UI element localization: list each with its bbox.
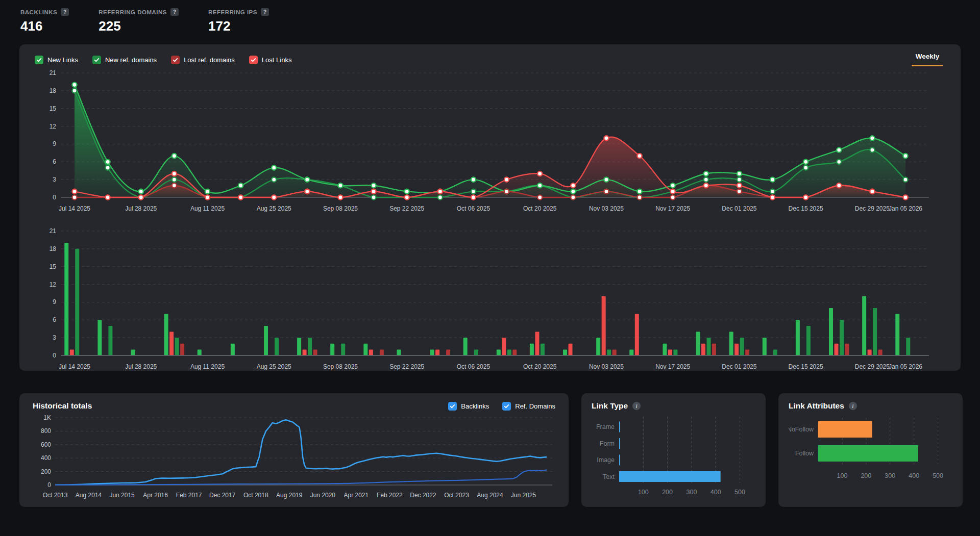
svg-text:Nov 03 2025: Nov 03 2025 <box>589 205 624 212</box>
svg-text:Jun 2015: Jun 2015 <box>109 492 135 499</box>
checkbox-checked-icon[interactable] <box>92 56 101 64</box>
svg-text:400: 400 <box>909 472 919 479</box>
svg-text:400: 400 <box>710 489 721 496</box>
checkbox-checked-icon[interactable] <box>35 56 43 64</box>
stat-backlinks-value: 416 <box>20 18 69 34</box>
svg-text:Sep 22 2025: Sep 22 2025 <box>389 363 424 370</box>
tab-weekly[interactable]: Weekly <box>912 53 943 66</box>
svg-text:100: 100 <box>638 489 649 496</box>
legend-label: Ref. Domains <box>515 402 555 410</box>
svg-text:NoFollow: NoFollow <box>789 426 814 433</box>
svg-text:200: 200 <box>861 472 871 479</box>
svg-text:Dec 15 2025: Dec 15 2025 <box>789 363 823 370</box>
link-type-panel: Link Type i 100200300400500FrameFormImag… <box>581 393 766 507</box>
svg-text:Dec 29 2025: Dec 29 2025 <box>855 205 890 212</box>
legend-item-ref-domains[interactable]: Ref. Domains <box>502 402 555 411</box>
svg-text:Frame: Frame <box>596 423 615 430</box>
svg-text:Follow: Follow <box>795 450 814 457</box>
info-icon[interactable]: i <box>849 402 857 410</box>
svg-text:6: 6 <box>53 158 56 165</box>
svg-text:Dec 15 2025: Dec 15 2025 <box>789 205 823 212</box>
help-icon[interactable]: ? <box>261 8 269 16</box>
svg-text:Dec 29 2025: Dec 29 2025 <box>855 363 890 370</box>
svg-text:Oct 2023: Oct 2023 <box>444 492 469 499</box>
help-icon[interactable]: ? <box>170 8 179 16</box>
legend-item-lost-ref-domains[interactable]: Lost ref. domains <box>171 56 235 64</box>
link-type-bar-chart: 100200300400500FrameFormImageText <box>592 414 754 500</box>
svg-text:Oct 20 2025: Oct 20 2025 <box>523 363 557 370</box>
stat-referring-domains: REFERRING DOMAINS ? 225 <box>99 8 179 34</box>
svg-text:600: 600 <box>41 441 51 448</box>
svg-text:100: 100 <box>837 472 847 479</box>
svg-text:Form: Form <box>600 440 615 447</box>
svg-text:500: 500 <box>933 472 943 479</box>
svg-text:Jan 05 2026: Jan 05 2026 <box>889 205 922 212</box>
svg-text:9: 9 <box>53 298 56 305</box>
stats-row: BACKLINKS ? 416 REFERRING DOMAINS ? 225 … <box>0 0 980 39</box>
svg-text:Sep 22 2025: Sep 22 2025 <box>389 205 424 212</box>
svg-text:Jan 05 2026: Jan 05 2026 <box>889 363 922 370</box>
help-icon[interactable]: ? <box>61 8 69 16</box>
legend-label: Backlinks <box>461 402 489 410</box>
svg-text:Aug 2024: Aug 2024 <box>477 492 503 499</box>
svg-text:Dec 01 2025: Dec 01 2025 <box>722 205 756 212</box>
svg-text:Aug 11 2025: Aug 11 2025 <box>190 205 225 212</box>
svg-text:500: 500 <box>734 489 745 496</box>
tab-weekly-label: Weekly <box>912 53 943 60</box>
svg-text:0: 0 <box>53 194 56 201</box>
checkbox-checked-icon[interactable] <box>171 56 180 64</box>
link-type-title: Link Type <box>592 401 628 411</box>
legend-item-new-links[interactable]: New Links <box>35 56 78 64</box>
svg-text:12: 12 <box>50 281 57 288</box>
svg-text:21: 21 <box>50 227 57 235</box>
svg-text:Nov 17 2025: Nov 17 2025 <box>655 363 690 370</box>
info-icon[interactable]: i <box>632 402 641 410</box>
svg-text:Nov 03 2025: Nov 03 2025 <box>589 363 624 370</box>
historical-line-chart: 02004006008001KOct 2013Aug 2014Jun 2015A… <box>33 413 555 502</box>
legend-label: Lost ref. domains <box>184 56 235 64</box>
link-attributes-title: Link Attributes <box>789 401 844 411</box>
svg-text:800: 800 <box>41 427 51 435</box>
legend-item-lost-links[interactable]: Lost Links <box>249 56 292 64</box>
svg-text:3: 3 <box>53 334 56 341</box>
svg-text:Nov 17 2025: Nov 17 2025 <box>655 205 690 212</box>
svg-text:1K: 1K <box>43 414 51 421</box>
stat-referring-domains-value: 225 <box>99 18 179 34</box>
historical-legend: BacklinksRef. Domains <box>448 402 555 411</box>
svg-text:Apr 2016: Apr 2016 <box>143 492 168 499</box>
legend-item-new-ref-domains[interactable]: New ref. domains <box>92 56 157 64</box>
svg-text:Aug 2019: Aug 2019 <box>276 492 303 499</box>
svg-text:15: 15 <box>50 105 57 112</box>
stat-referring-ips-value: 172 <box>208 18 269 34</box>
svg-text:Jul 28 2025: Jul 28 2025 <box>125 363 157 370</box>
svg-text:Feb 2017: Feb 2017 <box>176 492 202 499</box>
svg-text:300: 300 <box>686 489 697 496</box>
svg-text:Aug 25 2025: Aug 25 2025 <box>257 363 291 370</box>
legend-item-backlinks[interactable]: Backlinks <box>448 402 489 411</box>
svg-text:0: 0 <box>53 352 56 359</box>
historical-totals-panel: Historical totals BacklinksRef. Domains … <box>19 393 569 507</box>
legend-label: New Links <box>47 56 78 64</box>
weekly-bar-chart: 036912151821Jul 14 2025Jul 28 2025Aug 11… <box>35 224 945 375</box>
stat-referring-domains-label: REFERRING DOMAINS <box>99 9 167 15</box>
checkbox-checked-icon[interactable] <box>448 402 457 411</box>
stat-backlinks-label: BACKLINKS <box>20 9 57 15</box>
checkbox-checked-icon[interactable] <box>249 56 258 64</box>
svg-text:Sep 08 2025: Sep 08 2025 <box>323 205 358 212</box>
svg-text:Oct 06 2025: Oct 06 2025 <box>457 363 491 370</box>
svg-text:Jul 28 2025: Jul 28 2025 <box>125 205 157 212</box>
svg-text:Image: Image <box>597 456 615 464</box>
svg-text:Aug 11 2025: Aug 11 2025 <box>190 363 225 370</box>
historical-totals-title: Historical totals <box>33 401 92 411</box>
svg-text:21: 21 <box>50 69 57 76</box>
svg-text:3: 3 <box>53 176 56 183</box>
svg-text:Text: Text <box>603 473 615 480</box>
svg-text:Jun 2025: Jun 2025 <box>511 492 536 499</box>
svg-text:9: 9 <box>53 140 56 147</box>
svg-text:Jun 2020: Jun 2020 <box>310 492 336 499</box>
svg-text:Sep 08 2025: Sep 08 2025 <box>323 363 358 370</box>
svg-text:Dec 01 2025: Dec 01 2025 <box>722 363 756 370</box>
svg-text:Oct 2013: Oct 2013 <box>43 492 68 499</box>
legend-label: Lost Links <box>262 56 292 64</box>
checkbox-checked-icon[interactable] <box>502 402 511 411</box>
